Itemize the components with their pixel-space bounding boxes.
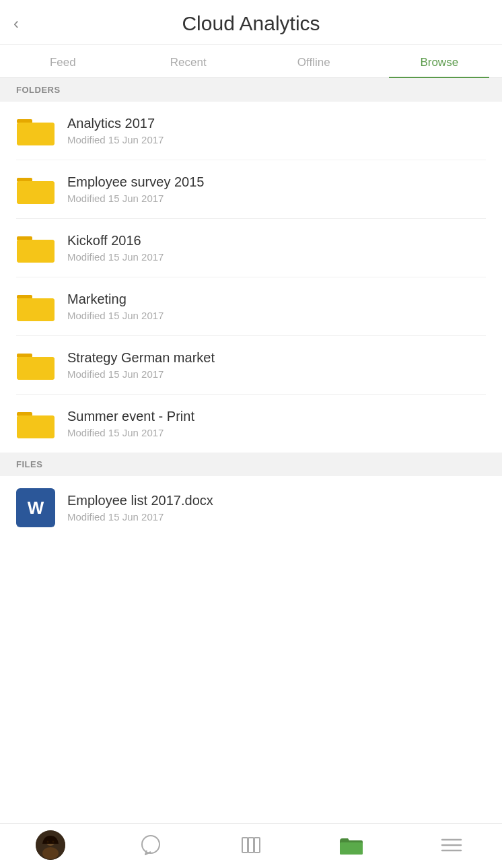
- folders-list: Analytics 2017 Modified 15 Jun 2017 Empl…: [0, 102, 502, 453]
- folder-modified: Modified 15 Jun 2017: [67, 134, 164, 145]
- folder-name: Strategy German market: [67, 350, 215, 366]
- folder-info: Strategy German market Modified 15 Jun 2…: [67, 350, 215, 380]
- svg-rect-2: [17, 123, 55, 145]
- folder-info: Summer event - Print Modified 15 Jun 201…: [67, 409, 194, 438]
- svg-rect-27: [340, 842, 363, 855]
- back-button[interactable]: ‹: [13, 15, 19, 32]
- nav-menu-button[interactable]: [431, 830, 472, 860]
- folder-info: Marketing Modified 15 Jun 2017: [67, 292, 164, 321]
- tab-offline[interactable]: Offline: [251, 45, 377, 77]
- folder-info: Kickoff 2016 Modified 15 Jun 2017: [67, 233, 164, 263]
- page-title: Cloud Analytics: [182, 12, 320, 35]
- svg-rect-8: [17, 240, 55, 263]
- folder-item[interactable]: Kickoff 2016 Modified 15 Jun 2017: [16, 219, 486, 277]
- chat-icon: [139, 833, 163, 857]
- menu-icon: [441, 837, 462, 853]
- nav-avatar-button[interactable]: [30, 830, 71, 860]
- folder-name: Summer event - Print: [67, 409, 194, 424]
- folder-modified: Modified 15 Jun 2017: [67, 310, 164, 321]
- svg-point-23: [142, 836, 159, 853]
- folder-name: Employee survey 2015: [67, 174, 204, 190]
- file-icon: W: [16, 488, 55, 527]
- files-list: W Employee list 2017.docx Modified 15 Ju…: [0, 476, 502, 539]
- nav-chat-button[interactable]: [131, 830, 171, 860]
- folder-item[interactable]: Employee survey 2015 Modified 15 Jun 201…: [16, 160, 486, 219]
- folder-modified: Modified 15 Jun 2017: [67, 193, 204, 204]
- tab-browse[interactable]: Browse: [377, 45, 503, 77]
- svg-point-21: [46, 841, 48, 843]
- folder-name: Kickoff 2016: [67, 233, 164, 248]
- svg-rect-17: [17, 415, 55, 438]
- avatar: [36, 830, 65, 860]
- folder-item[interactable]: Summer event - Print Modified 15 Jun 201…: [16, 395, 486, 453]
- folder-info: Employee survey 2015 Modified 15 Jun 201…: [67, 174, 204, 204]
- file-modified: Modified 15 Jun 2017: [67, 511, 213, 523]
- folder-info: Analytics 2017 Modified 15 Jun 2017: [67, 116, 164, 145]
- svg-rect-26: [254, 838, 260, 853]
- svg-point-20: [42, 847, 59, 859]
- folder-modified: Modified 15 Jun 2017: [67, 251, 164, 263]
- folder-icon: [16, 172, 55, 206]
- folder-item[interactable]: Analytics 2017 Modified 15 Jun 2017: [16, 102, 486, 160]
- svg-point-22: [52, 841, 54, 843]
- folder-name: Marketing: [67, 292, 164, 307]
- folder-modified: Modified 15 Jun 2017: [67, 368, 215, 380]
- nav-columns-button[interactable]: [231, 830, 271, 860]
- folder-icon: [16, 290, 55, 323]
- folder-item[interactable]: Strategy German market Modified 15 Jun 2…: [16, 336, 486, 395]
- svg-rect-14: [17, 357, 55, 380]
- file-name: Employee list 2017.docx: [67, 493, 213, 508]
- folder-modified: Modified 15 Jun 2017: [67, 427, 194, 438]
- avatar-icon: [36, 830, 65, 860]
- file-item[interactable]: W Employee list 2017.docx Modified 15 Ju…: [16, 476, 486, 539]
- svg-rect-25: [248, 838, 254, 853]
- folders-section-header: FOLDERS: [0, 78, 502, 102]
- columns-icon: [239, 833, 263, 857]
- bottom-navigation: [0, 823, 502, 868]
- browse-icon: [338, 834, 364, 856]
- tab-bar: Feed Recent Offline Browse: [0, 45, 502, 78]
- file-info: Employee list 2017.docx Modified 15 Jun …: [67, 493, 213, 523]
- svg-rect-5: [17, 181, 55, 204]
- tab-feed[interactable]: Feed: [0, 45, 126, 77]
- folder-icon: [16, 407, 55, 440]
- folder-item[interactable]: Marketing Modified 15 Jun 2017: [16, 277, 486, 336]
- folder-icon: [16, 114, 55, 147]
- header: ‹ Cloud Analytics: [0, 0, 502, 45]
- svg-rect-24: [242, 838, 248, 853]
- folder-icon: [16, 348, 55, 382]
- folder-icon: [16, 231, 55, 265]
- files-section-header: FILES: [0, 453, 502, 476]
- svg-rect-11: [17, 298, 55, 321]
- nav-browse-button[interactable]: [331, 830, 371, 860]
- tab-recent[interactable]: Recent: [126, 45, 252, 77]
- folder-name: Analytics 2017: [67, 116, 164, 131]
